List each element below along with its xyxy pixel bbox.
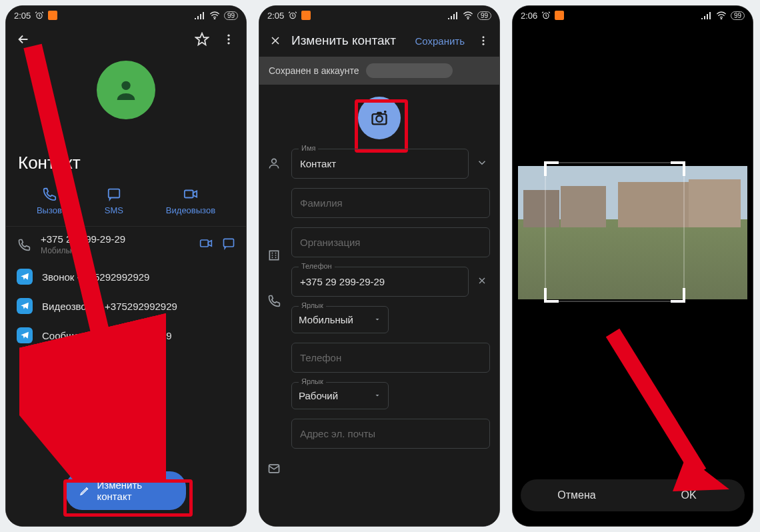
phone-screenshot-1: 2:05 99 xyxy=(5,5,247,527)
telegram-icon xyxy=(17,269,33,285)
svg-point-16 xyxy=(483,43,485,45)
svg-marker-11 xyxy=(89,439,163,476)
contact-name: Контакт xyxy=(6,133,246,181)
alarm-icon xyxy=(541,11,551,20)
telegram-icon xyxy=(17,327,33,343)
svg-point-13 xyxy=(467,19,468,19)
status-time: 2:05 xyxy=(14,11,31,21)
phone2-field[interactable]: Телефон xyxy=(291,343,490,373)
ok-button[interactable]: OK xyxy=(633,489,745,501)
crop-handle-br[interactable] xyxy=(671,288,685,303)
battery-icon: 99 xyxy=(731,11,745,20)
video-icon[interactable] xyxy=(199,237,213,253)
svg-rect-20 xyxy=(269,251,278,259)
svg-point-23 xyxy=(721,19,721,19)
email-icon xyxy=(267,462,282,478)
annotation-arrow xyxy=(606,326,739,499)
account-chip xyxy=(366,63,453,78)
crop-action-bar: Отмена OK xyxy=(521,479,745,511)
crop-handle-tr[interactable] xyxy=(671,161,685,176)
dropdown-arrow-icon xyxy=(373,314,381,325)
email-field[interactable]: Адрес эл. почты xyxy=(291,419,490,449)
signal-icon xyxy=(701,11,712,19)
svg-point-3 xyxy=(227,38,229,40)
svg-rect-9 xyxy=(224,239,234,247)
wifi-icon xyxy=(716,11,727,19)
svg-line-24 xyxy=(613,333,699,473)
more-menu-button[interactable] xyxy=(219,30,238,49)
add-photo-button[interactable] xyxy=(358,97,401,139)
wifi-icon xyxy=(209,11,220,19)
alarm-icon xyxy=(35,11,44,20)
surname-field[interactable]: Фамилия xyxy=(291,188,490,218)
back-button[interactable] xyxy=(14,30,33,49)
wifi-icon xyxy=(463,11,473,19)
phone-label-dropdown[interactable]: Ярлык Мобильный xyxy=(291,306,389,333)
signal-icon xyxy=(195,11,205,19)
svg-rect-8 xyxy=(201,240,209,247)
contact-avatar[interactable] xyxy=(97,61,155,119)
organization-field[interactable]: Организация xyxy=(291,227,490,257)
phone-icon xyxy=(267,294,282,310)
svg-rect-6 xyxy=(109,189,120,198)
phone-icon xyxy=(17,238,31,251)
svg-rect-7 xyxy=(185,191,193,198)
app-indicator-icon xyxy=(301,11,311,20)
phone-screenshot-2: 2:05 99 Изменить контакт Сохранить Сохра… xyxy=(259,5,500,527)
status-bar: 2:05 99 xyxy=(6,6,246,25)
account-bar[interactable]: Сохранен в аккаунте xyxy=(259,57,499,85)
telegram-video-row[interactable]: Видеозвонок +375292992929 xyxy=(6,291,246,321)
person-icon xyxy=(267,157,282,173)
telegram-icon xyxy=(17,298,33,314)
clear-phone-button[interactable] xyxy=(474,275,490,289)
photo-crop-area[interactable] xyxy=(518,166,747,299)
crop-handle-tl[interactable] xyxy=(544,161,559,176)
status-time: 2:06 xyxy=(521,11,537,21)
status-time: 2:05 xyxy=(267,11,284,21)
telegram-call-row[interactable]: Звонок +375292992929 xyxy=(6,262,246,291)
alarm-icon xyxy=(288,11,297,20)
more-menu-button[interactable] xyxy=(474,31,493,50)
phone-number-row[interactable]: +375 29 299-29-29 Мобильный xyxy=(6,227,246,262)
crop-frame[interactable] xyxy=(545,162,685,302)
svg-point-4 xyxy=(227,42,229,44)
sms-action[interactable]: SMS xyxy=(105,187,123,215)
app-indicator-icon xyxy=(48,11,57,20)
name-field[interactable]: Имя Контакт xyxy=(291,149,469,179)
telegram-message-row[interactable]: Сообщение +375292992929 xyxy=(6,321,246,350)
battery-icon: 99 xyxy=(224,11,238,20)
video-call-action[interactable]: Видеовызов xyxy=(166,187,215,215)
svg-point-1 xyxy=(214,19,215,19)
save-button[interactable]: Сохранить xyxy=(415,35,465,47)
call-action[interactable]: Вызов xyxy=(37,187,62,215)
svg-point-2 xyxy=(227,35,229,37)
cancel-button[interactable]: Отмена xyxy=(521,489,633,501)
app-indicator-icon xyxy=(555,11,564,20)
svg-point-19 xyxy=(272,159,277,163)
status-bar: 2:05 99 xyxy=(259,6,499,25)
company-icon xyxy=(267,249,282,265)
contact-actions: Вызов SMS Видеовызов xyxy=(6,181,246,227)
svg-point-5 xyxy=(121,81,130,90)
svg-point-18 xyxy=(376,116,382,122)
message-icon[interactable] xyxy=(222,237,235,253)
battery-icon: 99 xyxy=(477,11,491,20)
screen-title: Изменить контакт xyxy=(291,33,408,48)
signal-icon xyxy=(448,11,459,19)
phone2-label-dropdown[interactable]: Ярлык Рабочий xyxy=(291,382,389,409)
edit-contact-button[interactable]: Изменить контакт xyxy=(66,471,186,510)
svg-point-14 xyxy=(483,36,485,38)
favorite-star-button[interactable] xyxy=(193,30,211,49)
phone-screenshot-3: 2:06 99 Отмена OK xyxy=(512,5,753,527)
svg-point-15 xyxy=(483,40,485,42)
phone-field[interactable]: Телефон +375 29 299-29-29 xyxy=(291,267,469,297)
expand-name-button[interactable] xyxy=(474,157,490,171)
status-bar: 2:06 99 xyxy=(513,6,753,25)
crop-handle-bl[interactable] xyxy=(544,288,559,303)
close-button[interactable] xyxy=(266,31,285,50)
dropdown-arrow-icon xyxy=(373,390,381,401)
